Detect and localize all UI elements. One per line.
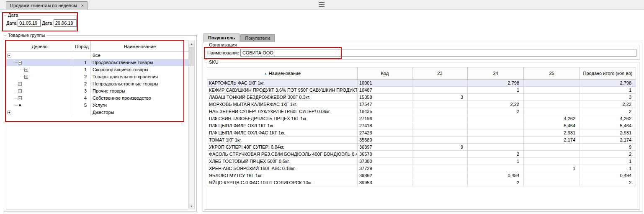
date-fields: ДатаДата: [6, 19, 77, 27]
tree-row[interactable]: −1Продовольственные товары: [6, 59, 189, 66]
sku-cell-week-25: 2,931: [524, 129, 580, 137]
organization-name-label: Наименование: [207, 50, 240, 55]
sku-row[interactable]: П/Ф ЦЫПЛ.ФИЛЕ ОХЛ 1КГ 1кг.274185,4645,46…: [207, 122, 636, 129]
sku-row[interactable]: ФАСОЛЬ СТРУЧКОВАЯ РЕЗ.СВ/М БОНДЮЭЛЬ 400Г…: [207, 151, 636, 158]
menu-icon[interactable]: [319, 2, 325, 7]
sku-row[interactable]: П/Ф ЦЫПЛ.ФИЛЕ ОХЛ.ФАС 1КГ 1кг.274232,931…: [207, 129, 636, 137]
buyer-tab-0[interactable]: Покупатель: [204, 34, 240, 42]
scroll-down-icon[interactable]: ▼: [189, 204, 194, 209]
tree-row[interactable]: +3Прочие товары: [6, 88, 189, 95]
sku-cell-total: 2: [580, 179, 636, 186]
sku-cell-week-23: [412, 129, 468, 137]
sku-cell-total: 2: [580, 108, 636, 115]
sku-row[interactable]: КЕФИР САВУШКИН ПРОДУКТ 3.6% ПЭТ 950Г САВ…: [207, 87, 636, 94]
sku-cell-week-25: 2,174: [524, 137, 580, 144]
scroll-up-icon[interactable]: ▲: [189, 41, 194, 46]
sku-cell-code: 35580: [358, 137, 412, 144]
expand-icon[interactable]: +: [8, 111, 11, 114]
sku-cell-name: МОРКОВЬ МЫТАЯ КАЛИБР.ФАС 1КГ 1кг.: [207, 101, 358, 108]
sku-row[interactable]: НАБ.ЗЕЛЕНИ СУПЕР! ЛУК/УКР/ПЕТР.60Г СУПЕР…: [207, 108, 636, 115]
buyer-panel: Организация Наименование SKU ▲Наименован…: [203, 42, 642, 212]
sku-row[interactable]: ХРЕН АВС БОЯРСКИЙ 160Г АВС 0.16кг.377291…: [207, 165, 636, 172]
expand-icon[interactable]: +: [18, 89, 22, 93]
column-header-total[interactable]: Продано итого (кол-во): [580, 67, 636, 80]
tab-close-icon[interactable]: ×: [81, 3, 84, 8]
sku-row[interactable]: ЛАВАШ ТОНКИЙ БЕЗДРОЖЖЕВОЙ 300Г 0.3кг.153…: [207, 94, 636, 101]
column-header-week-24[interactable]: 24: [468, 67, 524, 80]
date-to-input[interactable]: [54, 19, 77, 27]
sku-header-row: ▲Наименование Код 23 24 25 Продано итого…: [207, 67, 636, 80]
document-tab[interactable]: Продажи клиентам по неделям ×: [6, 1, 88, 10]
column-header-tree[interactable]: Дерево: [6, 41, 73, 52]
sku-row[interactable]: ЯБЛОКО МУТСУ 1КГ 1кг.398620,4940,494: [207, 172, 636, 179]
sku-cell-week-25: 1: [524, 165, 580, 172]
tree-cell: +: [6, 88, 73, 95]
tree-row[interactable]: +Джесторы: [6, 109, 189, 116]
column-header-order[interactable]: Поряд: [73, 41, 91, 52]
sku-cell-code: 39862: [358, 172, 412, 179]
order-cell: 3: [73, 88, 91, 95]
tree-row[interactable]: −Все: [6, 52, 189, 59]
sku-legend: SKU: [207, 59, 220, 64]
tree-row[interactable]: 5Услуги: [6, 102, 189, 109]
date-group-legend: Дата: [6, 13, 20, 18]
sku-cell-total: 2,22: [580, 101, 636, 108]
sku-row[interactable]: УКРОП СУПЕР! 40Г СУПЕР! 0.04кг.3639799: [207, 144, 636, 151]
sku-row[interactable]: ТОМАТ 1КГ 1кг.355802,1742,174: [207, 137, 636, 144]
product-groups-table: Дерево Поряд Наименование −Все−1Продовол…: [6, 41, 189, 209]
order-cell: 2: [73, 73, 91, 80]
column-header-code[interactable]: Код: [358, 67, 412, 80]
sku-cell-week-23: 9: [412, 144, 468, 151]
sku-row[interactable]: П/Ф СВИН.ТАЗОБЕДР.ЧАСТЬ ПР.ЦЕХ 1КГ 1кг.2…: [207, 115, 636, 122]
order-cell: [73, 109, 91, 116]
column-header-sku-name[interactable]: ▲Наименование: [207, 67, 358, 80]
tree-row[interactable]: +2Товары длительного хранения: [6, 73, 189, 80]
tree-line: [14, 62, 18, 63]
sku-row[interactable]: ХЛЕБ ТОСТОВЫЙ ПР.ЦЕХ 500Г 0.5кг.3738011: [207, 158, 636, 165]
sku-cell-code: 39953: [358, 179, 412, 186]
sku-cell-week-24: 2: [468, 151, 524, 158]
product-groups-header: Дерево Поряд Наименование: [6, 41, 189, 52]
sku-cell-code: 27418: [358, 122, 412, 129]
sku-cell-code: 15358: [358, 94, 412, 101]
date-from-input[interactable]: [18, 19, 41, 27]
collapse-icon[interactable]: −: [8, 54, 11, 57]
sku-cell-code: 36570: [358, 151, 412, 158]
tree-scrollbar[interactable]: ▲ ▼: [188, 41, 195, 209]
sku-row[interactable]: КАРТОФЕЛЬ ФАС 1КГ 1кг.100012,7982,798: [207, 80, 636, 87]
tree-row[interactable]: +2Непродовольственные товары: [6, 80, 189, 88]
sku-cell-week-23: [412, 122, 468, 129]
order-cell: [73, 52, 91, 59]
expand-icon[interactable]: +: [24, 68, 28, 72]
expand-icon[interactable]: +: [24, 75, 28, 79]
tree-cell: +: [6, 66, 73, 73]
column-header-name[interactable]: Наименование: [91, 41, 189, 52]
name-cell: Скоропортящиеся товары: [91, 66, 189, 73]
sku-table: ▲Наименование Код 23 24 25 Продано итого…: [207, 67, 636, 186]
sku-cell-week-25: [524, 172, 580, 179]
sku-cell-week-23: 3: [412, 94, 468, 101]
expand-icon[interactable]: +: [18, 96, 22, 100]
sku-cell-code: 27423: [358, 129, 412, 137]
sort-asc-icon: ▲: [264, 72, 267, 75]
collapse-icon[interactable]: −: [18, 61, 22, 64]
sku-cell-name: ФАСОЛЬ СТРУЧКОВАЯ РЕЗ.СВ/М БОНДЮЭЛЬ 400Г…: [207, 151, 358, 158]
sku-cell-total: 4,262: [580, 115, 636, 122]
column-header-week-23[interactable]: 23: [412, 67, 468, 80]
order-cell: 5: [73, 102, 91, 109]
sku-cell-total: 9: [580, 144, 636, 151]
tree-cell: +: [6, 73, 73, 80]
organization-name-input[interactable]: [240, 49, 636, 57]
sku-row[interactable]: ЯЙЦО КУР.ЦВ.С-0 ФАС.10ШТ СОЛИГОРСК 10кг.…: [207, 179, 636, 186]
sku-row[interactable]: МОРКОВЬ МЫТАЯ КАЛИБР.ФАС 1КГ 1кг.175472,…: [207, 101, 636, 108]
name-cell: Услуги: [91, 102, 189, 109]
sku-cell-week-24: [468, 115, 524, 122]
leaf-dot-icon: [19, 104, 21, 106]
tree-row[interactable]: +1Скоропортящиеся товары: [6, 66, 189, 73]
scroll-thumb[interactable]: [189, 47, 194, 66]
column-header-week-25[interactable]: 25: [524, 67, 580, 80]
name-cell: Продовольственные товары: [91, 59, 189, 66]
buyer-tab-1[interactable]: Покупатели: [240, 34, 275, 42]
expand-icon[interactable]: +: [18, 82, 22, 86]
tree-row[interactable]: +4Собственное производство: [6, 95, 189, 102]
